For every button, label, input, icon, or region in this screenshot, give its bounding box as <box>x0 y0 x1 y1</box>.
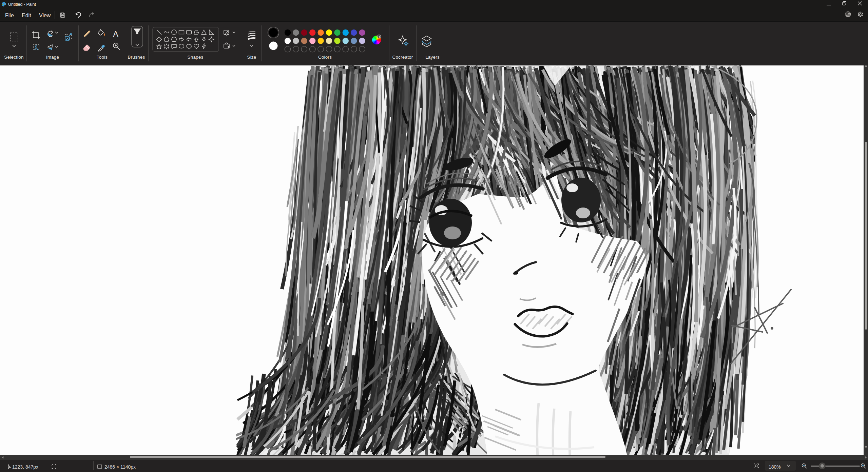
svg-text:A: A <box>113 29 118 39</box>
